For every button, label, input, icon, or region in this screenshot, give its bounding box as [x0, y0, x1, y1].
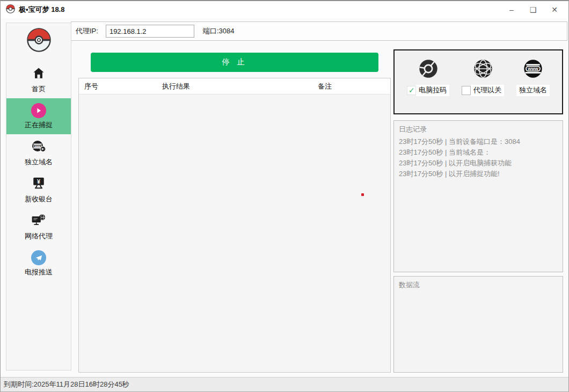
- red-dot-marker: [361, 193, 364, 196]
- svg-text:www: www: [34, 145, 41, 148]
- option-proxy-switch: 代理以关: [462, 58, 504, 96]
- sidebar-item-capturing[interactable]: 正在捕捉: [6, 98, 71, 134]
- results-table-header: 序号 执行结果 备注: [79, 78, 390, 95]
- sidebar-item-label: 新收银台: [25, 194, 53, 204]
- status-bar: 到期时间:2025年11月28日16时28分45秒: [1, 377, 568, 391]
- log-title: 日志记录: [399, 125, 558, 134]
- telegram-icon: [31, 250, 46, 265]
- sidebar-item-domain[interactable]: www 独立域名: [6, 134, 71, 171]
- stop-button[interactable]: 停 止: [91, 53, 378, 72]
- data-stream-panel[interactable]: 数据流: [393, 276, 563, 373]
- option-label-proxy-switch: 代理以关: [471, 85, 504, 96]
- title-bar: 极•宝可梦 18.8 – ❑ ✕: [1, 1, 568, 18]
- sidebar-item-label: 正在捕捉: [25, 120, 53, 130]
- www-icon: www: [522, 58, 544, 82]
- maximize-button[interactable]: ❑: [522, 2, 544, 17]
- proxy-bar: 代理IP: 端口:3084: [71, 21, 567, 41]
- close-button[interactable]: ✕: [544, 2, 565, 17]
- sidebar-item-label: 电报推送: [25, 267, 53, 277]
- svg-text:¥: ¥: [37, 178, 40, 185]
- minimize-button[interactable]: –: [501, 2, 522, 17]
- port-label: 端口:3084: [203, 26, 235, 36]
- sidebar-item-label: 独立域名: [25, 157, 53, 167]
- column-header-index: 序号: [79, 82, 157, 91]
- log-entry: 23时17分50秒 | 当前设备端口是：3084: [399, 136, 558, 147]
- svg-text:www: www: [527, 66, 538, 71]
- data-stream-title: 数据流: [399, 280, 558, 290]
- chrome-icon: [418, 58, 439, 82]
- play-icon: [31, 103, 46, 118]
- option-label-pc-code: 电脑拉码: [416, 85, 449, 96]
- globe-icon: [472, 58, 494, 82]
- checkbox-proxy-switch[interactable]: [462, 86, 471, 95]
- results-table: 序号 执行结果 备注: [78, 78, 391, 373]
- column-header-remark: 备注: [312, 82, 390, 91]
- column-header-result: 执行结果: [157, 82, 312, 91]
- sidebar-item-network-proxy[interactable]: 网络代理: [6, 208, 71, 245]
- option-pc-code: 电脑拉码: [407, 58, 449, 96]
- app-window: 极•宝可梦 18.8 – ❑ ✕ 代理IP: 端口:3084: [0, 0, 569, 392]
- expiry-time-text: 到期时间:2025年11月28日16时28分45秒: [4, 380, 129, 389]
- pokeball-app-icon: [6, 4, 15, 16]
- cashier-icon: ¥: [32, 176, 46, 192]
- log-entry: 23时17分50秒 | 当前域名是：: [399, 147, 558, 158]
- checkbox-pc-code[interactable]: [407, 86, 416, 95]
- log-panel[interactable]: 日志记录 23时17分50秒 | 当前设备端口是：3084 23时17分50秒 …: [393, 120, 563, 272]
- sidebar-item-telegram[interactable]: 电报推送: [6, 245, 71, 281]
- proxy-ip-label: 代理IP:: [76, 26, 98, 36]
- sidebar-item-label: 首页: [32, 84, 46, 94]
- sidebar-item-cashier[interactable]: ¥ 新收银台: [6, 171, 71, 208]
- sidebar-item-home[interactable]: 首页: [6, 61, 71, 98]
- log-entry: 23时17分50秒 | 以开启电脑捕获功能: [399, 158, 558, 169]
- domain-icon: www: [31, 139, 46, 155]
- network-proxy-icon: [31, 213, 46, 229]
- home-icon: [32, 66, 46, 82]
- option-own-domain: www 独立域名: [516, 58, 550, 96]
- pokeball-logo-icon: [26, 27, 52, 55]
- sidebar-item-label: 网络代理: [25, 231, 53, 241]
- capture-options-panel: 电脑拉码 代理以关: [393, 49, 563, 114]
- sidebar: 首页 正在捕捉 www 独立域名: [6, 23, 71, 371]
- option-label-own-domain: 独立域名: [516, 85, 550, 96]
- log-entry: 23时17分50秒 | 以开启捕捉功能!: [399, 169, 558, 179]
- proxy-ip-input[interactable]: [106, 25, 194, 38]
- window-title: 极•宝可梦 18.8: [19, 5, 64, 14]
